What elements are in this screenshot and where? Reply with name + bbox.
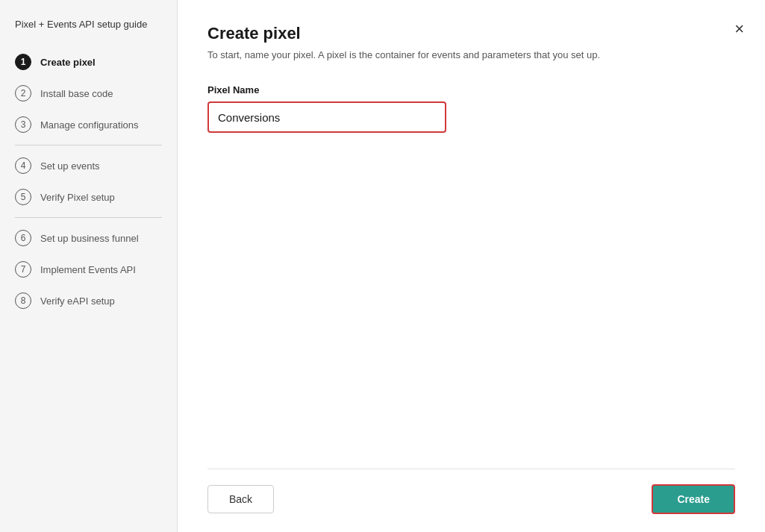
sidebar-item-label-6: Set up business funnel xyxy=(40,233,139,244)
sidebar-item-implement-events-api[interactable]: 7 Implement Events API xyxy=(0,254,177,285)
modal-subtitle: To start, name your pixel. A pixel is th… xyxy=(207,49,735,60)
step-number-6: 6 xyxy=(15,230,31,246)
close-button[interactable]: × xyxy=(734,21,744,37)
sidebar-item-label-5: Verify Pixel setup xyxy=(40,192,115,203)
step-number-7: 7 xyxy=(15,261,31,278)
sidebar-item-label-8: Verify eAPI setup xyxy=(40,295,115,307)
sidebar-item-set-up-events[interactable]: 4 Set up events xyxy=(0,150,177,181)
modal-footer: Back Create xyxy=(207,469,735,514)
sidebar-item-install-base-code[interactable]: 2 Install base code xyxy=(0,78,177,109)
step-number-5: 5 xyxy=(15,189,31,205)
sidebar: Pixel + Events API setup guide 1 Create … xyxy=(0,0,178,532)
sidebar-item-label-4: Set up events xyxy=(40,160,100,172)
sidebar-item-verify-pixel-setup[interactable]: 5 Verify Pixel setup xyxy=(0,181,177,213)
step-number-8: 8 xyxy=(15,292,31,309)
sidebar-item-label-7: Implement Events API xyxy=(40,264,136,275)
modal-overlay: Pixel + Events API setup guide 1 Create … xyxy=(0,0,765,532)
sidebar-item-verify-eapi-setup[interactable]: 8 Verify eAPI setup xyxy=(0,285,177,316)
create-button[interactable]: Create xyxy=(652,484,735,514)
modal-title: Create pixel xyxy=(207,24,735,43)
sidebar-item-manage-configurations[interactable]: 3 Manage configurations xyxy=(0,109,177,140)
step-number-1: 1 xyxy=(15,54,31,70)
sidebar-item-label-3: Manage configurations xyxy=(40,119,139,131)
pixel-name-input[interactable] xyxy=(207,101,446,133)
sidebar-item-create-pixel[interactable]: 1 Create pixel xyxy=(0,46,177,78)
back-button[interactable]: Back xyxy=(207,485,274,513)
step-number-3: 3 xyxy=(15,116,31,133)
main-content: × Create pixel To start, name your pixel… xyxy=(178,0,765,532)
sidebar-item-label-2: Install base code xyxy=(40,88,113,99)
pixel-name-label: Pixel Name xyxy=(207,84,735,96)
sidebar-item-set-up-business-funnel[interactable]: 6 Set up business funnel xyxy=(0,222,177,254)
sidebar-item-label-1: Create pixel xyxy=(40,57,96,68)
sidebar-divider-2 xyxy=(15,217,162,218)
sidebar-divider-1 xyxy=(15,145,162,145)
sidebar-guide-title: Pixel + Events API setup guide xyxy=(0,18,177,46)
step-number-4: 4 xyxy=(15,157,31,174)
step-number-2: 2 xyxy=(15,85,31,101)
modal: Pixel + Events API setup guide 1 Create … xyxy=(0,0,765,532)
